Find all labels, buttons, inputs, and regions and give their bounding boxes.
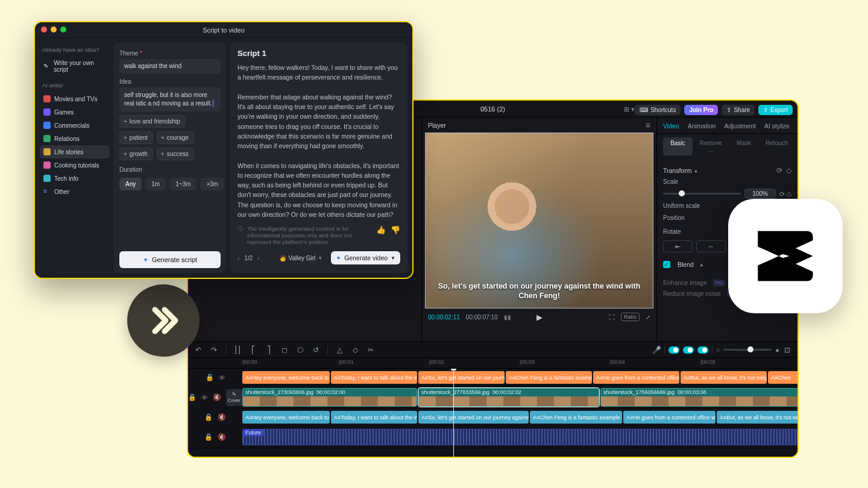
crop-icon[interactable]: ⛶ — [609, 314, 615, 321]
duration-option[interactable]: 1~3m — [169, 178, 197, 190]
text-clip[interactable]: A≡ Today, I want to talk about the insp — [331, 371, 417, 384]
scale-value[interactable]: 100% — [744, 189, 776, 199]
subtitle-clip[interactable]: A≡ But, as we all know, it's not easy. — [717, 411, 797, 424]
text-clip[interactable]: A≡ Chen — [768, 371, 797, 384]
generate-video-button[interactable]: ✦Generate video▼ — [331, 251, 400, 264]
playhead[interactable] — [453, 369, 454, 457]
magnet-toggle[interactable] — [683, 346, 694, 354]
lock-icon[interactable]: 🔒 — [206, 374, 214, 381]
blend-checkbox[interactable]: ✓ — [663, 261, 670, 268]
text-clip[interactable]: A≡ He goes from a contented office wo — [593, 371, 679, 384]
thumbs-up-icon[interactable]: 👍 — [376, 225, 386, 234]
theme-input[interactable]: walk against the wind — [119, 59, 221, 74]
idea-chip[interactable]: +patient — [119, 131, 153, 144]
mute-icon[interactable]: 🔇 — [218, 433, 226, 441]
snap-toggle[interactable] — [668, 346, 679, 354]
fit-icon[interactable]: ⊡ — [783, 346, 791, 354]
mic-icon[interactable]: 🎤 — [652, 346, 661, 354]
minimize-icon[interactable] — [51, 27, 57, 33]
tab-animation[interactable]: Animation — [688, 122, 716, 130]
fullscreen-icon[interactable]: ⤢ — [646, 314, 650, 321]
eye-icon[interactable]: 👁 — [201, 394, 208, 401]
subtab-mask[interactable]: Mask — [729, 137, 759, 155]
sidebar-item-games[interactable]: Games — [40, 105, 110, 119]
export-button[interactable]: ⇧ Export — [758, 105, 793, 115]
join-pro-button[interactable]: Join Pro — [684, 105, 718, 115]
align-center-h-button[interactable]: ↔ — [696, 240, 726, 252]
sidebar-item-relations[interactable]: Relations — [40, 132, 110, 145]
voice-selector[interactable]: 🧑Valley Girl▼ — [275, 252, 327, 264]
share-button[interactable]: ⇪ Share — [722, 105, 755, 115]
sidebar-item-life-stories[interactable]: Life stories — [40, 145, 110, 158]
mirror-icon[interactable]: △ — [335, 346, 344, 354]
text-clip[interactable]: A≡ So, let's get started on our journey — [418, 371, 505, 384]
layout-icon[interactable]: ⊞ ▾ — [624, 105, 635, 113]
subtitle-clip[interactable]: A≡ Hey everyone, welcome back to my — [242, 411, 330, 424]
player-canvas[interactable]: So, let's get started on our journey aga… — [426, 133, 653, 308]
reverse-icon[interactable]: ↺ — [312, 346, 320, 354]
cover-button[interactable]: ✎Cover — [226, 389, 242, 406]
crop-tool-icon[interactable]: ◻ — [280, 346, 289, 354]
preview-toggle[interactable] — [697, 346, 708, 354]
sidebar-item-commercials[interactable]: Commercials — [40, 119, 110, 132]
subtitle-clip[interactable]: A≡ Chen Feng is a fantastic example of o… — [530, 411, 622, 424]
duration-option[interactable]: >3m — [200, 178, 224, 190]
keyframe-icon[interactable]: ◇ — [786, 166, 791, 175]
sidebar-item-other[interactable]: =Other — [40, 185, 110, 198]
timeline-lanes[interactable]: A≡ Hey everyone, welcome back to my A≡ T… — [242, 369, 797, 457]
idea-chip[interactable]: +love and friendship — [119, 115, 186, 128]
redo-icon[interactable]: ↷ — [210, 346, 218, 354]
sidebar-item-tech-info[interactable]: Tech info — [40, 172, 110, 185]
ratio-button[interactable]: Ratio — [621, 313, 640, 321]
subtab-remove[interactable]: Remove ... — [696, 137, 726, 155]
close-icon[interactable] — [41, 27, 47, 33]
tab-video[interactable]: Video — [663, 122, 679, 130]
split-icon[interactable]: ⎮⎮ — [233, 346, 242, 354]
reset-icon[interactable]: ⟳ — [776, 166, 782, 175]
eye-icon[interactable]: 👁 — [219, 374, 225, 381]
generate-script-button[interactable]: ✦Generate script — [119, 251, 221, 268]
video-clip[interactable]: shutterstock_273093806.jpg 00:00:02:00 — [242, 388, 417, 407]
mute-icon[interactable]: 🔇 — [213, 393, 221, 401]
mask-tool-icon[interactable]: ⬡ — [296, 346, 304, 354]
rotate-icon[interactable]: ◇ — [351, 346, 359, 354]
play-button[interactable]: ▶ — [536, 313, 542, 322]
prev-script-icon[interactable]: ‹ — [237, 255, 239, 261]
next-script-icon[interactable]: › — [257, 255, 259, 261]
subtitle-clip[interactable]: A≡ So, let's get started on our journey … — [418, 411, 529, 424]
idea-chip[interactable]: +growth — [119, 148, 153, 160]
timeline-ruler[interactable]: |00:00 |00:01 |00:02 |00:03 |00:04 |00:0… — [188, 358, 797, 369]
duration-option[interactable]: 1m — [145, 178, 166, 190]
write-own-script[interactable]: ✎Write your own script — [40, 57, 110, 76]
video-clip[interactable]: shutterstock_1756056689.jpg 00:00:03:08 — [600, 388, 797, 407]
undo-icon[interactable]: ↶ — [194, 346, 203, 354]
align-left-button[interactable]: ⇤ — [663, 240, 693, 252]
scale-slider[interactable] — [663, 193, 741, 195]
idea-chip[interactable]: +success — [157, 148, 194, 160]
subtitle-clip[interactable]: A≡ Today, I want to talk about the insp — [331, 411, 417, 424]
duration-option[interactable]: Any — [119, 178, 142, 190]
lock-icon[interactable]: 🔒 — [204, 413, 213, 421]
subtab-basic[interactable]: Basic — [663, 137, 693, 155]
player-menu-icon[interactable]: ≡ — [646, 120, 650, 130]
shortcuts-button[interactable]: ⌨ Shortcuts — [635, 105, 681, 115]
text-clip[interactable]: A≡ But, as we all know, it's not easy. — [681, 371, 767, 384]
volume-bars-icon[interactable]: ▮▮ — [504, 314, 511, 321]
text-clip[interactable]: A≡ Chen Feng is a fantastic example of — [506, 371, 592, 384]
mute-icon[interactable]: 🔇 — [218, 413, 226, 421]
thumbs-down-icon[interactable]: 👎 — [391, 225, 400, 234]
text-clip[interactable]: A≡ Hey everyone, welcome back to my — [242, 371, 330, 384]
music-clip[interactable]: Future — [242, 429, 797, 445]
subtab-retouch[interactable]: Retouch — [762, 137, 791, 155]
zoom-slider[interactable] — [723, 349, 772, 351]
tab-adjustment[interactable]: Adjustment — [724, 122, 756, 130]
idea-input[interactable]: self struggle, but it is also more real … — [119, 87, 221, 111]
lock-icon[interactable]: 🔒 — [188, 393, 197, 401]
crop-icon[interactable]: ✂ — [366, 346, 375, 354]
maximize-icon[interactable] — [60, 27, 66, 33]
tab-ai-stylize[interactable]: AI stylize — [764, 122, 790, 130]
trim-left-icon[interactable]: ⎡ — [249, 346, 257, 354]
sidebar-item-cooking-tutorials[interactable]: Cooking tutorials — [40, 158, 110, 172]
lock-icon[interactable]: 🔒 — [204, 433, 213, 441]
trim-right-icon[interactable]: ⎤ — [265, 346, 273, 354]
